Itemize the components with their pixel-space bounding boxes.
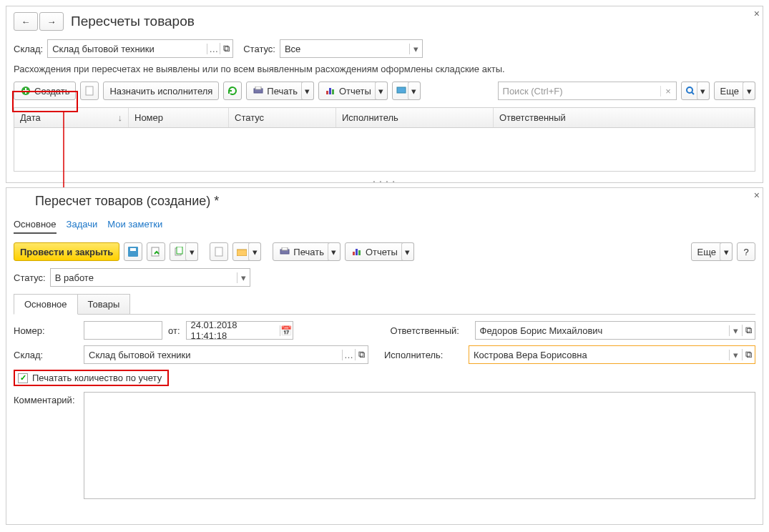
col-number[interactable]: Номер (129, 108, 229, 127)
disk-icon (127, 246, 139, 257)
print-dropdown-2[interactable]: ▾ (328, 242, 341, 261)
svg-rect-6 (332, 89, 334, 94)
date-label: от: (168, 325, 180, 336)
svg-rect-20 (356, 249, 358, 255)
svg-rect-7 (397, 87, 406, 93)
close-icon[interactable]: × (754, 8, 760, 19)
svg-rect-15 (215, 247, 222, 256)
print-button[interactable]: Печать (246, 82, 304, 100)
page-title: Пересчеты товаров (71, 14, 195, 29)
chevron-down-icon[interactable]: ▾ (729, 325, 742, 336)
ellipsis-icon[interactable]: … (342, 350, 355, 360)
open-icon[interactable]: ⧉ (742, 349, 755, 360)
chart-icon (325, 85, 336, 97)
warehouse-select-2[interactable]: Склад бытовой техники … ⧉ (84, 345, 368, 364)
post-button[interactable] (147, 242, 165, 261)
clear-icon[interactable]: × (660, 86, 676, 97)
grid-body (14, 128, 755, 171)
svg-rect-19 (353, 252, 355, 255)
copy-button[interactable] (80, 82, 99, 100)
calendar-icon[interactable]: 📅 (280, 325, 293, 336)
svg-rect-14 (177, 247, 182, 254)
clip-icon (213, 246, 225, 257)
executor-select[interactable]: Кострова Вера Борисовна ▾ ⧉ (469, 345, 755, 364)
number-field[interactable] (84, 321, 162, 340)
help-button[interactable]: ? (737, 242, 755, 261)
tag-dropdown[interactable]: ▾ (408, 82, 421, 100)
attach-button[interactable] (210, 242, 228, 261)
search-input[interactable]: × (498, 82, 677, 100)
open-icon[interactable]: ⧉ (220, 43, 232, 54)
plus-circle-icon (20, 85, 31, 97)
ellipsis-icon[interactable]: … (207, 44, 220, 54)
reports-dropdown-2[interactable]: ▾ (401, 242, 414, 261)
status-label-2: Статус: (14, 272, 46, 283)
svg-rect-16 (237, 250, 247, 256)
post-and-close-button[interactable]: Провести и закрыть (14, 242, 119, 261)
col-responsible[interactable]: Ответственный (494, 108, 755, 127)
col-date: Дата↓ (14, 108, 129, 127)
warehouse-select[interactable]: Склад бытовой техники … ⧉ (47, 39, 233, 58)
folder-icon (236, 246, 248, 257)
print-qty-checkbox[interactable]: ✓ Печатать количество по учету (14, 370, 166, 386)
chart-icon (351, 246, 363, 257)
form-toolbar: Провести и закрыть ▾ ▾ Печать ▾ Отчеты ▾ (6, 238, 763, 265)
open-icon[interactable]: ⧉ (742, 325, 755, 336)
nav-tabs: Основное Задачи Мои заметки (6, 215, 763, 238)
more-dropdown-2[interactable]: ▾ (720, 242, 733, 261)
tag-icon (396, 85, 407, 97)
toolbar: Создать Назначить исполнителя Печать ▾ О… (6, 77, 763, 104)
comment-field[interactable] (84, 392, 755, 499)
create-button[interactable]: Создать (14, 82, 76, 100)
tab-main[interactable]: Основное (14, 219, 57, 234)
status-select[interactable]: Все ▾ (280, 39, 423, 58)
warehouse-label-2: Склад: (14, 350, 78, 360)
print-button-2[interactable]: Печать (273, 242, 330, 261)
reports-dropdown[interactable]: ▾ (375, 82, 388, 100)
svg-rect-3 (255, 87, 261, 89)
open-icon[interactable]: ⧉ (355, 349, 368, 360)
reports-button[interactable]: Отчеты (318, 82, 378, 100)
status-label: Статус: (243, 44, 275, 54)
print-dropdown[interactable]: ▾ (301, 82, 314, 100)
more-button[interactable]: Еще (714, 82, 745, 100)
svg-rect-1 (86, 87, 93, 95)
date-field[interactable]: 24.01.2018 11:41:18 📅 (186, 321, 293, 340)
status-select-2[interactable]: В работе ▾ (50, 268, 250, 287)
search-dropdown[interactable]: ▾ (697, 82, 710, 100)
close-icon[interactable]: × (754, 189, 760, 201)
svg-rect-4 (326, 91, 328, 94)
form-title: Пересчет товаров (создание) * (35, 194, 219, 209)
tab-notes[interactable]: Мои заметки (107, 219, 162, 234)
subtab-goods[interactable]: Товары (77, 294, 131, 315)
svg-point-8 (687, 87, 692, 93)
number-label: Номер: (14, 325, 78, 336)
post-icon (150, 246, 162, 257)
goto-dropdown[interactable]: ▾ (248, 242, 261, 261)
refresh-button[interactable] (223, 82, 242, 100)
resize-grip[interactable]: • • • • (6, 179, 763, 182)
more-button-2[interactable]: Еще (691, 242, 723, 261)
save-button[interactable] (124, 242, 142, 261)
nav-back-button[interactable]: ← (14, 12, 38, 31)
responsible-label: Ответственный: (391, 325, 469, 336)
reports-button-2[interactable]: Отчеты (345, 242, 404, 261)
tab-tasks[interactable]: Задачи (67, 219, 98, 234)
col-status[interactable]: Статус (229, 108, 336, 127)
more-dropdown[interactable]: ▾ (743, 82, 755, 100)
col-executor[interactable]: Исполнитель (336, 108, 494, 127)
chevron-down-icon[interactable]: ▾ (729, 350, 742, 360)
basedon-dropdown[interactable]: ▾ (185, 242, 198, 261)
responsible-select[interactable]: Федоров Борис Михайлович ▾ ⧉ (475, 321, 755, 340)
sort-arrow-icon[interactable]: ↓ (118, 112, 123, 123)
recounts-grid[interactable]: Дата↓ Номер Статус Исполнитель Ответстве… (14, 107, 755, 172)
svg-rect-11 (130, 248, 136, 251)
chevron-down-icon[interactable]: ▾ (237, 272, 250, 283)
chevron-down-icon[interactable]: ▾ (409, 44, 422, 54)
subtab-main[interactable]: Основное (14, 294, 78, 315)
assign-executor-button[interactable]: Назначить исполнителя (103, 82, 219, 100)
hint-text: Расхождения при пересчетах не выявлены и… (6, 61, 763, 77)
warehouse-label: Склад: (14, 44, 43, 54)
documents-icon (173, 246, 185, 257)
nav-forward-button[interactable]: → (39, 12, 64, 31)
